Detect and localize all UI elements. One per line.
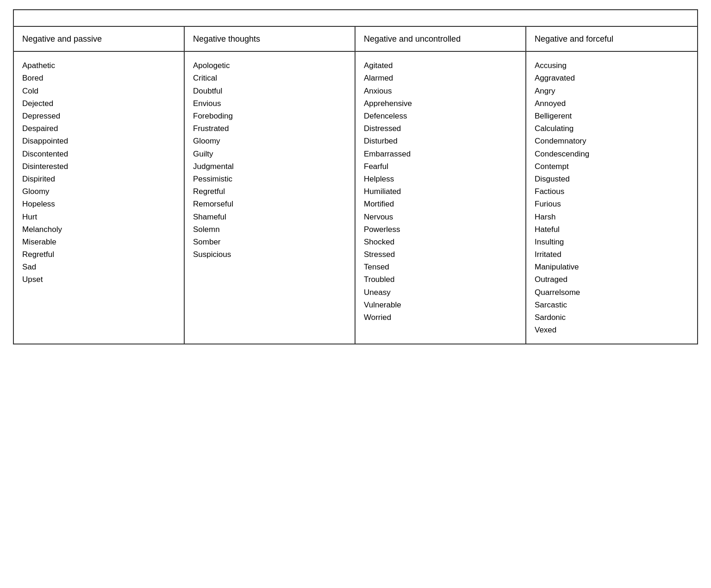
word-item: Factious <box>535 185 689 198</box>
word-item: Depressed <box>22 110 175 122</box>
word-item: Solemn <box>193 223 346 236</box>
word-item: Gloomy <box>193 135 346 147</box>
word-item: Worried <box>364 311 517 324</box>
word-item: Irritated <box>535 248 689 261</box>
word-item: Manipulative <box>535 261 689 273</box>
word-item: Sad <box>22 261 175 273</box>
col-body-negative-uncontrolled: AgitatedAlarmedAnxiousApprehensiveDefenc… <box>356 52 526 344</box>
word-item: Discontented <box>22 148 175 160</box>
col-header-negative-thoughts: Negative thoughts <box>185 27 356 51</box>
col-body-negative-forceful: AccusingAggravatedAngryAnnoyedBelligeren… <box>526 52 697 344</box>
word-item: Disappointed <box>22 135 175 147</box>
word-item: Suspicious <box>193 248 346 261</box>
word-item: Aggravated <box>535 72 689 84</box>
word-item: Defenceless <box>364 110 517 122</box>
word-item: Regretful <box>22 248 175 261</box>
word-item: Disinterested <box>22 160 175 173</box>
word-item: Upset <box>22 273 175 286</box>
word-item: Apologetic <box>193 59 346 72</box>
word-item: Tensed <box>364 261 517 273</box>
table-header <box>14 10 697 27</box>
word-item: Distressed <box>364 122 517 135</box>
col-header-negative-passive: Negative and passive <box>14 27 185 51</box>
word-item: Powerless <box>364 223 517 236</box>
word-item: Vulnerable <box>364 299 517 311</box>
word-item: Troubled <box>364 273 517 286</box>
word-item: Frustrated <box>193 122 346 135</box>
column-bodies: ApatheticBoredColdDejectedDepressedDespa… <box>14 52 697 344</box>
word-item: Embarrassed <box>364 148 517 160</box>
col-body-negative-passive: ApatheticBoredColdDejectedDepressedDespa… <box>14 52 185 344</box>
word-item: Pessimistic <box>193 173 346 185</box>
word-item: Bored <box>22 72 175 84</box>
word-item: Cold <box>22 85 175 97</box>
word-item: Doubtful <box>193 85 346 97</box>
word-item: Insulting <box>535 236 689 248</box>
word-item: Hurt <box>22 211 175 223</box>
word-item: Outraged <box>535 273 689 286</box>
word-item: Condescending <box>535 148 689 160</box>
word-item: Melancholy <box>22 223 175 236</box>
word-item: Annoyed <box>535 97 689 110</box>
word-item: Envious <box>193 97 346 110</box>
word-item: Sardonic <box>535 311 689 324</box>
word-item: Miserable <box>22 236 175 248</box>
word-item: Sarcastic <box>535 299 689 311</box>
word-item: Apathetic <box>22 59 175 72</box>
word-item: Accusing <box>535 59 689 72</box>
word-item: Alarmed <box>364 72 517 84</box>
word-item: Vexed <box>535 324 689 336</box>
word-item: Dispirited <box>22 173 175 185</box>
word-item: Uneasy <box>364 286 517 299</box>
col-body-negative-thoughts: ApologeticCriticalDoubtfulEnviousForebod… <box>185 52 356 344</box>
word-item: Shameful <box>193 211 346 223</box>
word-item: Guilty <box>193 148 346 160</box>
column-headers: Negative and passiveNegative thoughtsNeg… <box>14 27 697 52</box>
word-item: Gloomy <box>22 185 175 198</box>
word-item: Mortified <box>364 198 517 210</box>
word-item: Dejected <box>22 97 175 110</box>
word-item: Disgusted <box>535 173 689 185</box>
word-item: Calculating <box>535 122 689 135</box>
word-item: Despaired <box>22 122 175 135</box>
word-item: Shocked <box>364 236 517 248</box>
word-item: Stressed <box>364 248 517 261</box>
word-item: Fearful <box>364 160 517 173</box>
word-item: Condemnatory <box>535 135 689 147</box>
word-item: Foreboding <box>193 110 346 122</box>
word-item: Furious <box>535 198 689 210</box>
word-item: Harsh <box>535 211 689 223</box>
word-item: Quarrelsome <box>535 286 689 299</box>
col-header-negative-uncontrolled: Negative and uncontrolled <box>356 27 526 51</box>
word-item: Contempt <box>535 160 689 173</box>
word-item: Helpless <box>364 173 517 185</box>
word-item: Hateful <box>535 223 689 236</box>
word-item: Somber <box>193 236 346 248</box>
word-item: Critical <box>193 72 346 84</box>
word-item: Belligerent <box>535 110 689 122</box>
word-item: Remorseful <box>193 198 346 210</box>
word-item: Angry <box>535 85 689 97</box>
col-header-negative-forceful: Negative and forceful <box>526 27 697 51</box>
word-item: Hopeless <box>22 198 175 210</box>
word-item: Humiliated <box>364 185 517 198</box>
word-item: Anxious <box>364 85 517 97</box>
word-item: Agitated <box>364 59 517 72</box>
word-item: Nervous <box>364 211 517 223</box>
main-table: Negative and passiveNegative thoughtsNeg… <box>13 9 698 344</box>
word-item: Regretful <box>193 185 346 198</box>
word-item: Judgmental <box>193 160 346 173</box>
word-item: Disturbed <box>364 135 517 147</box>
word-item: Apprehensive <box>364 97 517 110</box>
